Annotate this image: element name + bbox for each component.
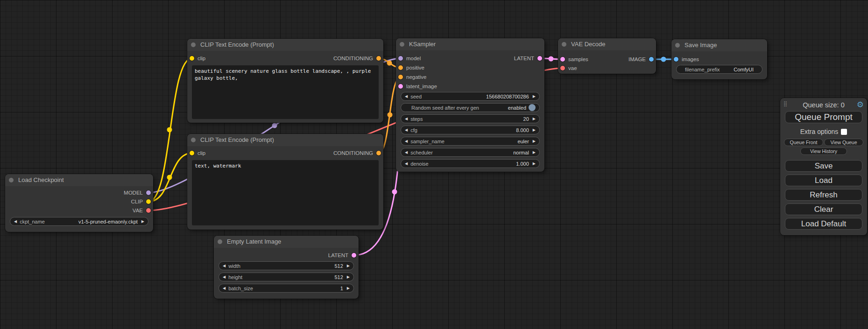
prev-value-arrow-icon[interactable]: ◀	[405, 148, 408, 157]
cfg-widget[interactable]: ◀ cfg 8.000 ▶	[401, 126, 540, 134]
clip-output-port[interactable]	[146, 199, 151, 204]
load-button[interactable]: Load	[785, 175, 862, 186]
input-clip: clip	[187, 54, 205, 63]
random-seed-toggle-widget[interactable]: Random seed after every gen enabled	[401, 103, 540, 112]
input-positive: positive	[396, 63, 424, 72]
collapse-dot-icon[interactable]	[9, 178, 14, 182]
next-value-arrow-icon[interactable]: ▶	[347, 261, 350, 270]
queue-prompt-button[interactable]: Queue Prompt	[785, 111, 862, 123]
link-latent-midpoint-dot	[392, 189, 397, 195]
latent-output-port[interactable]	[537, 56, 542, 61]
width-widget[interactable]: ◀ width 512 ▶	[219, 261, 354, 270]
collapse-dot-icon[interactable]	[562, 42, 566, 47]
view-history-button[interactable]: View History	[800, 147, 847, 155]
node-vae-decode[interactable]: VAE Decode samples IMAGE vae	[558, 38, 656, 74]
prev-value-arrow-icon[interactable]: ◀	[223, 284, 226, 293]
images-input-port[interactable]	[674, 57, 678, 62]
collapse-dot-icon[interactable]	[218, 239, 222, 244]
node-title: KSampler	[409, 41, 436, 48]
image-output-port[interactable]	[649, 57, 654, 62]
next-value-arrow-icon[interactable]: ▶	[533, 92, 536, 101]
node-empty-latent-image[interactable]: Empty Latent Image LATENT ◀ width 512 ▶ …	[214, 236, 359, 299]
node-clip-text-encode-negative[interactable]: CLIP Text Encode (Prompt) clip CONDITION…	[187, 134, 383, 230]
collapse-dot-icon[interactable]	[400, 42, 404, 47]
link-samples-midpoint-dot	[549, 56, 554, 62]
prev-value-arrow-icon[interactable]: ◀	[405, 126, 408, 134]
collapse-dot-icon[interactable]	[191, 138, 196, 142]
next-value-arrow-icon[interactable]: ▶	[533, 114, 536, 123]
extra-options-row: Extra options	[780, 128, 867, 135]
load-default-button[interactable]: Load Default	[785, 218, 862, 230]
node-title-bar[interactable]: Save Image	[671, 39, 767, 51]
prev-value-arrow-icon[interactable]: ◀	[405, 114, 408, 123]
input-vae: vae	[558, 64, 577, 72]
next-value-arrow-icon[interactable]: ▶	[533, 137, 536, 146]
toggle-on-icon[interactable]	[529, 104, 536, 111]
input-negative: negative	[396, 73, 426, 81]
model-output-port[interactable]	[146, 190, 151, 195]
conditioning-output-port[interactable]	[376, 151, 381, 155]
sampler-name-widget[interactable]: ◀ sampler_name euler ▶	[401, 137, 540, 146]
vae-output-port[interactable]	[146, 208, 151, 213]
filename-prefix-widget[interactable]: filename_prefix ComfyUI	[676, 65, 762, 74]
clip-input-port[interactable]	[190, 56, 194, 61]
samples-input-port[interactable]	[560, 57, 565, 62]
batch-size-widget[interactable]: ◀ batch_size 1 ▶	[219, 284, 354, 293]
extra-options-checkbox[interactable]	[841, 129, 847, 135]
steps-widget[interactable]: ◀ steps 20 ▶	[401, 114, 540, 123]
link-clip-negative-midpoint-dot	[167, 175, 172, 180]
settings-gear-icon[interactable]: ⚙	[857, 100, 864, 110]
collapse-dot-icon[interactable]	[191, 42, 196, 47]
model-input-port[interactable]	[398, 56, 403, 61]
next-value-arrow-icon[interactable]: ▶	[141, 217, 144, 226]
next-value-arrow-icon[interactable]: ▶	[347, 273, 350, 281]
scheduler-widget[interactable]: ◀ scheduler normal ▶	[401, 148, 540, 157]
clear-button[interactable]: Clear	[785, 203, 862, 215]
node-title-bar[interactable]: CLIP Text Encode (Prompt)	[187, 39, 383, 51]
prev-value-arrow-icon[interactable]: ◀	[405, 159, 408, 168]
next-value-arrow-icon[interactable]: ▶	[533, 148, 536, 157]
link-image-midpoint-dot	[661, 57, 666, 62]
output-clip: CLIP	[131, 197, 153, 206]
prev-value-arrow-icon[interactable]: ◀	[405, 137, 408, 146]
latent-image-input-port[interactable]	[398, 84, 403, 89]
node-load-checkpoint[interactable]: Load Checkpoint MODEL CLIP VAE ◀ ckpt_na…	[5, 174, 153, 232]
latent-output-port[interactable]	[352, 253, 356, 258]
denoise-widget[interactable]: ◀ denoise 1.000 ▶	[401, 159, 540, 168]
next-value-arrow-icon[interactable]: ▶	[347, 284, 350, 293]
prev-value-arrow-icon[interactable]: ◀	[405, 92, 408, 101]
vae-input-port[interactable]	[560, 66, 565, 70]
clip-input-port[interactable]	[190, 151, 194, 155]
ckpt-name-widget[interactable]: ◀ ckpt_name v1-5-pruned-emaonly.ckpt ▶	[10, 217, 148, 226]
node-title-bar[interactable]: Empty Latent Image	[214, 236, 359, 248]
node-title-bar[interactable]: CLIP Text Encode (Prompt)	[187, 134, 383, 146]
node-clip-text-encode-positive[interactable]: CLIP Text Encode (Prompt) clip CONDITION…	[187, 39, 383, 123]
negative-prompt-textarea[interactable]: text, watermark	[192, 160, 379, 225]
output-vae: VAE	[133, 206, 153, 215]
link-positive-cond-midpoint-dot	[387, 61, 392, 66]
positive-prompt-textarea[interactable]: beautiful scenery nature glass bottle la…	[192, 65, 379, 119]
refresh-button[interactable]: Refresh	[785, 189, 862, 201]
prev-value-arrow-icon[interactable]: ◀	[223, 273, 226, 281]
node-title-bar[interactable]: VAE Decode	[558, 38, 656, 50]
view-queue-button[interactable]: View Queue	[824, 139, 863, 146]
collapse-dot-icon[interactable]	[675, 43, 680, 48]
height-widget[interactable]: ◀ height 512 ▶	[219, 273, 354, 281]
positive-input-port[interactable]	[398, 65, 403, 70]
prev-value-arrow-icon[interactable]: ◀	[223, 261, 226, 270]
save-button[interactable]: Save	[785, 160, 862, 172]
node-ksampler[interactable]: KSampler model LATENT positive negative …	[396, 38, 544, 172]
next-value-arrow-icon[interactable]: ▶	[533, 159, 536, 168]
node-title-bar[interactable]: KSampler	[396, 38, 544, 50]
next-value-arrow-icon[interactable]: ▶	[533, 126, 536, 134]
negative-input-port[interactable]	[398, 75, 403, 79]
prev-value-arrow-icon[interactable]: ◀	[14, 217, 17, 226]
node-title: VAE Decode	[571, 41, 605, 48]
queue-front-button[interactable]: Queue Front	[784, 139, 823, 146]
node-save-image[interactable]: Save Image images filename_prefix ComfyU…	[671, 39, 767, 79]
output-conditioning: CONDITIONING	[333, 149, 383, 157]
conditioning-output-port[interactable]	[376, 56, 381, 61]
node-title-bar[interactable]: Load Checkpoint	[5, 174, 153, 186]
seed-widget[interactable]: ◀ seed 156680208700286 ▶	[401, 92, 540, 101]
extra-options-label: Extra options	[800, 128, 839, 135]
